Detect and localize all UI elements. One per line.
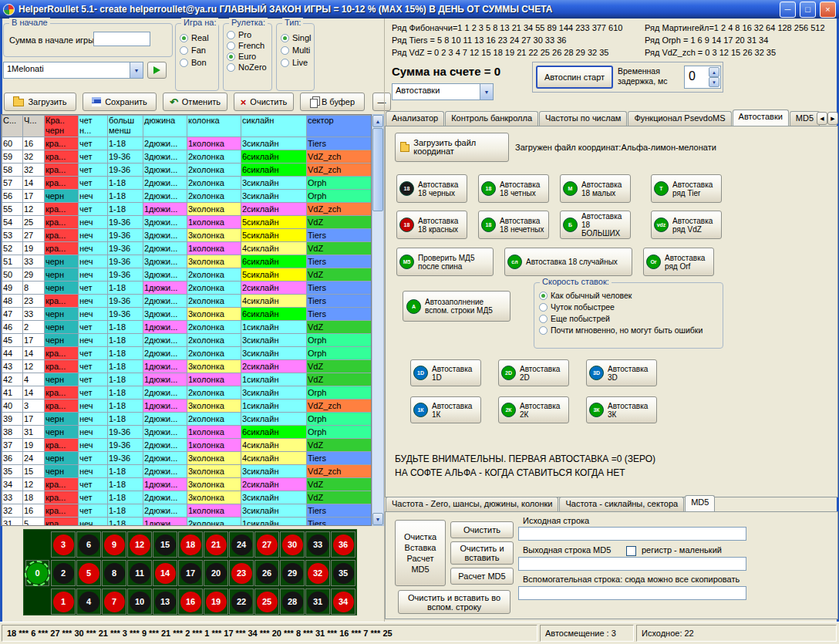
source-string-input[interactable] bbox=[518, 527, 746, 541]
tab-MD5[interactable]: MD5 bbox=[790, 111, 820, 126]
autofill-md5-button[interactable]: A Автозаполнение вспом. строки МД5 bbox=[403, 291, 510, 322]
stake-button[interactable]: 2КАвтоставка 2К bbox=[498, 396, 569, 423]
scroll-up-icon[interactable]: ▲ bbox=[372, 115, 383, 127]
bet-number-7[interactable]: 7 bbox=[102, 588, 126, 615]
bet-number-35[interactable]: 35 bbox=[331, 560, 355, 586]
radio-Чуток побыстрее[interactable]: Чуток побыстрее bbox=[539, 302, 718, 312]
start-sum-input[interactable] bbox=[93, 32, 150, 46]
md5-calc-button[interactable]: Расчет MD5 bbox=[450, 568, 514, 585]
start-button[interactable] bbox=[147, 62, 167, 79]
bet-number-23[interactable]: 23 bbox=[229, 560, 254, 586]
clear-button[interactable]: ×Очистить bbox=[234, 93, 294, 111]
stake-button[interactable]: 18Автоставка 18 нечетных bbox=[478, 211, 549, 239]
minimize-button[interactable]: ─ bbox=[780, 2, 796, 18]
stake-button[interactable]: 1КАвтоставка 1К bbox=[410, 396, 481, 423]
bet-number-32[interactable]: 32 bbox=[305, 560, 330, 586]
bet-number-13[interactable]: 13 bbox=[153, 588, 177, 615]
bet-number-11[interactable]: 11 bbox=[127, 560, 152, 586]
bet-number-34[interactable]: 34 bbox=[331, 588, 355, 615]
clear-paste-auxiliary-button[interactable]: Очистить и вставить во вспом. строку bbox=[398, 590, 510, 614]
copy-to-buffer-button[interactable]: В буфер bbox=[300, 93, 365, 111]
bet-number-16[interactable]: 16 bbox=[178, 588, 203, 615]
radio-Еще побыстрей[interactable]: Еще побыстрей bbox=[539, 314, 718, 323]
stake-button[interactable]: 18Автоставка 18 черных bbox=[396, 174, 467, 203]
md5-all-in-one-button[interactable]: Очистка Вставка Расчет MD5 bbox=[395, 520, 446, 586]
radio-Singl[interactable]: Singl bbox=[281, 33, 310, 42]
collapse-button[interactable]: — bbox=[372, 93, 391, 111]
autospin-start-button[interactable]: Автоспин старт bbox=[536, 66, 613, 89]
load-button[interactable]: Загрузить bbox=[4, 93, 76, 111]
stake-button[interactable]: 1DАвтоставка 1D bbox=[410, 359, 481, 386]
bet-number-12[interactable]: 12 bbox=[127, 531, 152, 558]
autostakes-select[interactable]: Автоставки ▼ bbox=[392, 83, 494, 100]
bet-number-10[interactable]: 10 bbox=[127, 588, 152, 615]
bet-number-28[interactable]: 28 bbox=[280, 588, 305, 615]
bet-number-9[interactable]: 9 bbox=[102, 531, 126, 558]
load-coordinates-button[interactable]: Загрузить файл координат bbox=[395, 133, 509, 162]
spin-down-icon[interactable]: ▼ bbox=[709, 77, 719, 87]
bet-number-17[interactable]: 17 bbox=[178, 560, 203, 586]
bet-number-3[interactable]: 3 bbox=[51, 531, 76, 558]
tab-Автоставки[interactable]: Автоставки bbox=[733, 110, 789, 126]
bet-number-19[interactable]: 19 bbox=[204, 588, 228, 615]
tab-Частота - сиклайны, сектора[interactable]: Частота - сиклайны, сектора bbox=[559, 497, 684, 511]
stake-button[interactable]: 2DАвтоставка 2D bbox=[498, 359, 569, 386]
scrollbar-thumb[interactable] bbox=[372, 128, 383, 211]
radio-Почти мгновенно, но могут быть ошибки[interactable]: Почти мгновенно, но могут быть ошибки bbox=[539, 325, 718, 335]
bet-number-0[interactable]: 0 bbox=[25, 560, 49, 586]
bet-number-26[interactable]: 26 bbox=[254, 560, 279, 586]
stake-button[interactable]: слАвтоставка 18 случайных bbox=[504, 248, 632, 276]
bet-number-22[interactable]: 22 bbox=[229, 588, 254, 615]
bet-number-27[interactable]: 27 bbox=[254, 531, 279, 558]
stake-button[interactable]: 18Автоставка 18 четных bbox=[478, 174, 549, 203]
bet-number-8[interactable]: 8 bbox=[102, 560, 126, 586]
tab-scroll-right-icon[interactable]: ▶ bbox=[827, 112, 838, 125]
bet-number-5[interactable]: 5 bbox=[76, 560, 101, 586]
scroll-down-icon[interactable]: ▼ bbox=[372, 513, 383, 525]
bet-number-33[interactable]: 33 bbox=[305, 531, 330, 558]
bet-number-1[interactable]: 1 bbox=[51, 588, 76, 615]
bet-number-14[interactable]: 14 bbox=[153, 560, 177, 586]
bet-number-29[interactable]: 29 bbox=[280, 560, 305, 586]
close-button[interactable]: × bbox=[820, 2, 836, 18]
stake-button[interactable]: М5Проверить МД5 после спина bbox=[396, 248, 494, 276]
bet-number-24[interactable]: 24 bbox=[229, 531, 254, 558]
delay-spinner[interactable]: 0 ▲ ▼ bbox=[684, 66, 721, 89]
radio-Euro[interactable]: Euro bbox=[227, 52, 268, 61]
bet-number-36[interactable]: 36 bbox=[331, 531, 355, 558]
stake-button[interactable]: OrАвтоставка ряд Orf bbox=[643, 248, 714, 276]
bet-number-31[interactable]: 31 bbox=[305, 588, 330, 615]
bet-number-6[interactable]: 6 bbox=[76, 531, 101, 558]
stake-button[interactable]: 18Автоставка 18 красных bbox=[396, 211, 467, 239]
bet-number-30[interactable]: 30 bbox=[280, 531, 305, 558]
stake-button[interactable]: БАвтоставка 18 БОЛЬШИХ bbox=[560, 211, 631, 239]
radio-Bon[interactable]: Bon bbox=[180, 58, 214, 67]
bet-number-15[interactable]: 15 bbox=[153, 531, 177, 558]
radio-Live[interactable]: Live bbox=[281, 58, 310, 67]
md5-clear-paste-button[interactable]: Очистить и вставить bbox=[450, 541, 514, 565]
bet-number-20[interactable]: 20 bbox=[204, 560, 228, 586]
radio-Как обычный человек[interactable]: Как обычный человек bbox=[539, 291, 718, 300]
radio-NoZero[interactable]: NoZero bbox=[227, 62, 268, 72]
stake-button[interactable]: 3DАвтоставка 3D bbox=[586, 359, 657, 386]
bet-number-4[interactable]: 4 bbox=[76, 588, 101, 615]
stake-button[interactable]: TАвтоставка ряд Tier bbox=[651, 174, 722, 203]
spin-up-icon[interactable]: ▲ bbox=[709, 67, 719, 77]
tab-Частоты по числам[interactable]: Частоты по числам bbox=[539, 111, 627, 126]
maximize-button[interactable]: □ bbox=[800, 2, 816, 18]
radio-Fan[interactable]: Fan bbox=[180, 46, 214, 55]
bet-number-21[interactable]: 21 bbox=[204, 531, 228, 558]
radio-Real[interactable]: Real bbox=[180, 33, 214, 42]
stake-button[interactable]: vdzАвтоставка ряд VdZ bbox=[651, 211, 722, 239]
tab-Контроль банкролла[interactable]: Контроль банкролла bbox=[445, 111, 538, 126]
tab-Анализатор[interactable]: Анализатор bbox=[386, 111, 444, 126]
radio-Multi[interactable]: Multi bbox=[281, 46, 310, 55]
radio-French[interactable]: French bbox=[227, 41, 268, 50]
bet-number-2[interactable]: 2 bbox=[51, 560, 76, 586]
bet-number-18[interactable]: 18 bbox=[178, 531, 203, 558]
tab-MD5[interactable]: MD5 bbox=[685, 495, 715, 511]
undo-button[interactable]: ↶Отменить bbox=[163, 93, 227, 111]
radio-Pro[interactable]: Pro bbox=[227, 30, 268, 39]
tab-scroll-left-icon[interactable]: ◀ bbox=[817, 112, 827, 125]
output-string-input[interactable] bbox=[518, 557, 746, 571]
